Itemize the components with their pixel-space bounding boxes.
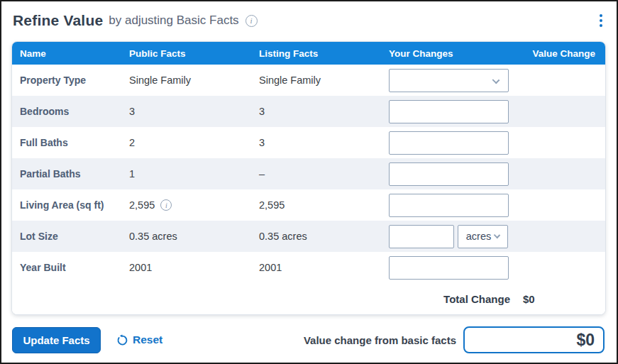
your-changes-cell xyxy=(389,256,519,280)
reset-arrow-icon xyxy=(116,334,128,346)
row-name-label: Property Type xyxy=(20,75,129,86)
reset-label: Reset xyxy=(133,333,162,346)
row-name-label: Living Area (sq ft) xyxy=(20,199,129,211)
row-name-label: Lot Size xyxy=(20,231,129,242)
your-changes-cell xyxy=(389,162,519,186)
table-row: Year Built 2001 2001 xyxy=(12,252,605,283)
public-fact-value: Single Family xyxy=(129,75,191,86)
row-name-label: Bedrooms xyxy=(20,106,129,117)
public-fact-cell: 3 xyxy=(129,106,259,117)
chevron-down-icon xyxy=(492,76,500,84)
public-fact-value: 2 xyxy=(129,137,135,148)
panel-footer: Update Facts Reset Value change from bas… xyxy=(12,326,605,353)
public-fact-value: 1 xyxy=(129,168,135,180)
public-fact-cell: 2 xyxy=(129,137,259,148)
your-changes-unit-group: acres xyxy=(389,225,508,248)
refine-value-panel: Refine Value by adjusting Basic Facts Na… xyxy=(0,0,618,364)
table-row: Partial Baths 1 – xyxy=(12,158,605,189)
total-change-row: Total Change $0 xyxy=(12,283,605,314)
row-name-label: Partial Baths xyxy=(20,168,129,180)
your-changes-input[interactable] xyxy=(389,100,509,123)
panel-header: Refine Value by adjusting Basic Facts xyxy=(13,9,607,33)
table-row: Lot Size 0.35 acres 0.35 acres acres xyxy=(12,221,605,252)
your-changes-amount-input[interactable] xyxy=(389,225,454,248)
col-header-public-facts: Public Facts xyxy=(129,48,259,59)
public-fact-cell: 0.35 acres xyxy=(129,231,259,242)
your-changes-input[interactable] xyxy=(389,194,509,217)
your-changes-cell xyxy=(389,194,519,217)
reset-button[interactable]: Reset xyxy=(116,333,162,346)
col-header-name: Name xyxy=(20,48,129,59)
listing-fact-value: Single Family xyxy=(259,75,389,86)
listing-fact-value: 3 xyxy=(259,137,389,148)
page-title: Refine Value xyxy=(13,12,103,29)
col-header-listing-facts: Listing Facts xyxy=(259,48,389,59)
public-fact-cell: Single Family xyxy=(129,75,259,86)
public-fact-value: 0.35 acres xyxy=(129,231,177,242)
table-row: Property Type Single Family Single Famil… xyxy=(12,65,605,96)
chevron-down-icon xyxy=(494,232,500,238)
public-fact-cell: 1 xyxy=(129,168,259,180)
table-row: Living Area (sq ft) 2,595 2,595 xyxy=(12,189,605,221)
value-change-caption: Value change from basic facts xyxy=(304,334,456,346)
info-icon[interactable] xyxy=(160,199,172,211)
listing-fact-value: 2,595 xyxy=(259,199,389,211)
your-changes-cell xyxy=(389,100,519,123)
kebab-menu-icon[interactable] xyxy=(595,11,607,30)
row-name-label: Year Built xyxy=(20,262,129,273)
table-body: Property Type Single Family Single Famil… xyxy=(12,65,605,283)
listing-fact-value: 2001 xyxy=(259,262,389,273)
public-fact-cell: 2001 xyxy=(129,262,259,273)
your-changes-select[interactable] xyxy=(389,69,509,92)
your-changes-cell: acres xyxy=(389,225,519,248)
value-change-display: $0 xyxy=(463,326,605,353)
basic-facts-table: Name Public Facts Listing Facts Your Cha… xyxy=(11,41,606,315)
your-changes-input[interactable] xyxy=(389,162,509,186)
col-header-your-changes: Your Changes xyxy=(389,48,519,59)
listing-fact-value: 0.35 acres xyxy=(259,231,389,242)
info-icon[interactable] xyxy=(245,15,258,27)
unit-label: acres xyxy=(466,231,491,242)
table-header-row: Name Public Facts Listing Facts Your Cha… xyxy=(12,42,605,65)
total-change-label: Total Change xyxy=(443,293,519,305)
page-subtitle: by adjusting Basic Facts xyxy=(109,13,238,28)
your-changes-cell xyxy=(389,131,519,155)
update-facts-button[interactable]: Update Facts xyxy=(12,327,101,353)
public-fact-value: 2,595 xyxy=(129,199,155,211)
your-changes-input[interactable] xyxy=(389,256,509,280)
public-fact-value: 2001 xyxy=(129,262,152,273)
row-name-label: Full Baths xyxy=(20,137,129,148)
public-fact-cell: 2,595 xyxy=(129,199,259,211)
your-changes-input[interactable] xyxy=(389,131,509,155)
total-change-value: $0 xyxy=(519,293,605,305)
table-row: Bedrooms 3 3 xyxy=(12,96,605,127)
your-changes-cell xyxy=(389,69,519,92)
col-header-value-change: Value Change xyxy=(519,48,605,59)
table-row: Full Baths 2 3 xyxy=(12,127,605,158)
listing-fact-value: 3 xyxy=(259,106,389,117)
public-fact-value: 3 xyxy=(129,106,135,117)
unit-select[interactable]: acres xyxy=(458,225,508,248)
listing-fact-value: – xyxy=(259,168,389,180)
value-change-amount: $0 xyxy=(576,331,595,350)
